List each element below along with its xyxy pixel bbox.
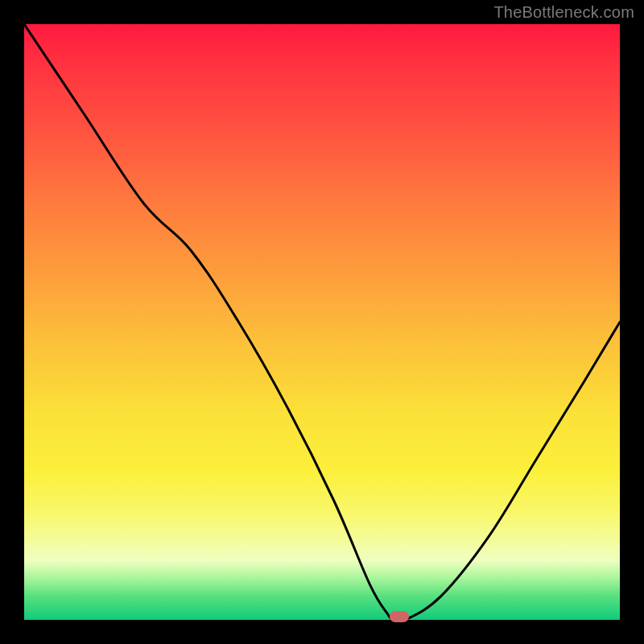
plot-area: [24, 24, 620, 620]
chart-frame: TheBottleneck.com: [0, 0, 644, 644]
optimal-marker: [390, 611, 409, 622]
watermark-text: TheBottleneck.com: [493, 3, 634, 22]
bottleneck-curve: [24, 24, 620, 620]
